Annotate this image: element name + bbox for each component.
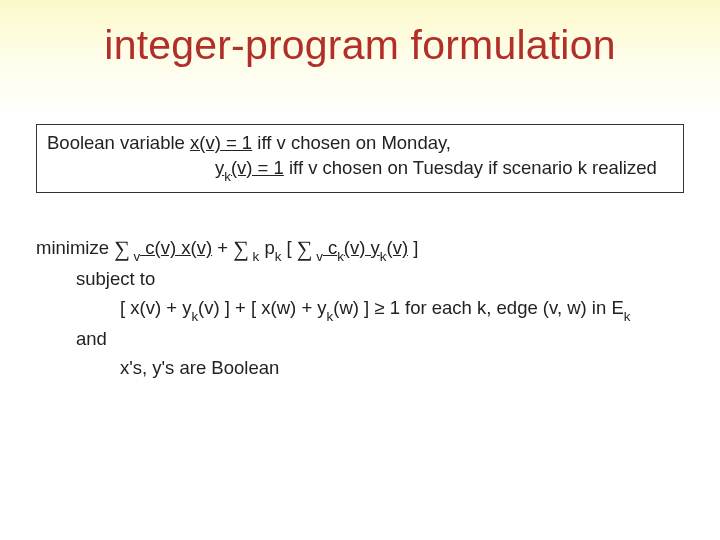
sub: k xyxy=(224,169,231,184)
text: minimize xyxy=(36,237,114,258)
sub: k xyxy=(624,309,631,324)
text: c xyxy=(323,237,337,258)
slide: integer-program formulation Boolean vari… xyxy=(0,0,720,540)
text: (w) ] ≥ 1 for each k, edge (v, w) in E xyxy=(333,297,624,318)
constraint-line: [ x(v) + yk(v) ] + [ x(w) + yk(w) ] ≥ 1 … xyxy=(36,294,684,325)
sigma-icon: ∑ xyxy=(297,236,313,261)
text: (v) = 1 xyxy=(231,157,284,178)
objective-line: minimize ∑ v c(v) x(v) + ∑ k pk [ ∑ v ck… xyxy=(36,230,684,265)
xv-underline: x(v) = 1 xyxy=(190,132,252,153)
underline: c(v) x(v) xyxy=(140,237,212,258)
text: p xyxy=(259,237,274,258)
box-line-1: Boolean variable x(v) = 1 iff v chosen o… xyxy=(47,131,673,156)
sub: v xyxy=(312,249,322,264)
text: iff v chosen on Monday, xyxy=(252,132,451,153)
body-content: minimize ∑ v c(v) x(v) + ∑ k pk [ ∑ v ck… xyxy=(36,230,684,383)
sub: k xyxy=(380,249,387,264)
sigma-icon: ∑ xyxy=(114,236,130,261)
text: y xyxy=(215,157,224,178)
sigma-icon: ∑ xyxy=(233,236,249,261)
text: Boolean variable xyxy=(47,132,190,153)
text: (v) xyxy=(386,237,408,258)
and-label: and xyxy=(36,325,684,354)
text: + xyxy=(212,237,233,258)
sub: k xyxy=(191,309,198,324)
text: ] xyxy=(408,237,418,258)
sub: k xyxy=(337,249,344,264)
text: (v) y xyxy=(344,237,380,258)
boolean-line: x's, y's are Boolean xyxy=(36,354,684,383)
underline: ck(v) yk(v) xyxy=(323,237,408,258)
ykv-underline: yk(v) = 1 xyxy=(215,157,284,178)
sub: k xyxy=(249,249,259,264)
text: (v) ] + [ x(w) + y xyxy=(198,297,326,318)
text: iff v chosen on Tuesday if scenario k re… xyxy=(284,157,657,178)
definition-box: Boolean variable x(v) = 1 iff v chosen o… xyxy=(36,124,684,193)
subject-to: subject to xyxy=(36,265,684,294)
sub: k xyxy=(327,309,334,324)
text: [ xyxy=(281,237,296,258)
sub: k xyxy=(275,249,282,264)
sub: v xyxy=(130,249,140,264)
page-title: integer-program formulation xyxy=(0,22,720,69)
text: [ x(v) + y xyxy=(120,297,191,318)
box-line-2: yk(v) = 1 iff v chosen on Tuesday if sce… xyxy=(47,156,673,184)
